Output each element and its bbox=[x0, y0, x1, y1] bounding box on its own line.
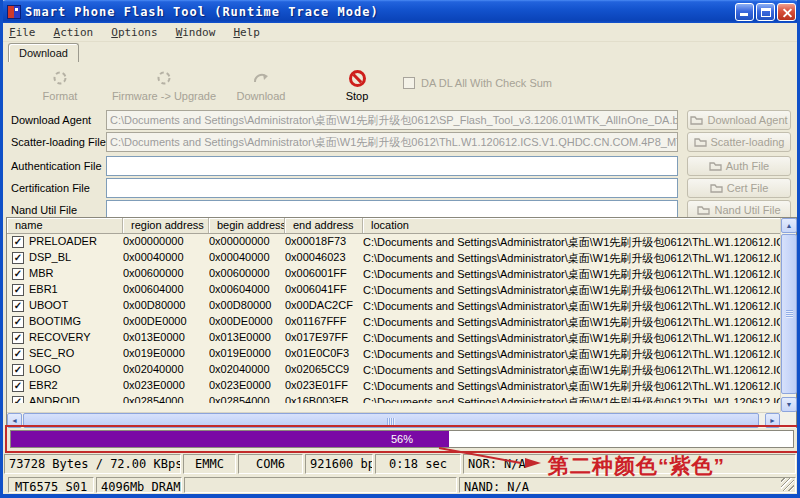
app-window: Smart Phone Flash Tool (Runtime Trace Mo… bbox=[0, 0, 800, 498]
row-checkbox[interactable]: ✓ bbox=[12, 348, 24, 360]
da-dl-checksum-label: DA DL All With Check Sum bbox=[421, 77, 552, 89]
vertical-scrollbar[interactable]: ▲ ▼ bbox=[780, 218, 796, 412]
tab-download[interactable]: Download bbox=[8, 43, 79, 62]
table-row[interactable]: ✓MBR 0x006000000x00600000 0x006001FFC:\D… bbox=[7, 266, 780, 282]
table-row[interactable]: ✓SEC_RO 0x019E00000x019E0000 0x01E0C0F3C… bbox=[7, 346, 780, 362]
row-checkbox[interactable]: ✓ bbox=[12, 332, 24, 344]
maximize-icon bbox=[761, 8, 771, 17]
scatter-file-field[interactable]: C:\Documents and Settings\Administrator\… bbox=[106, 132, 678, 152]
header-location[interactable]: location bbox=[363, 218, 780, 233]
row-checkbox[interactable]: ✓ bbox=[12, 380, 24, 392]
resize-grip[interactable] bbox=[781, 478, 794, 491]
close-button[interactable] bbox=[777, 3, 796, 21]
da-dl-checksum-group: DA DL All With Check Sum bbox=[403, 77, 552, 89]
row-checkbox[interactable]: ✓ bbox=[12, 252, 24, 264]
table-row[interactable]: ✓EBR2 0x023E00000x023E0000 0x023E01FFC:\… bbox=[7, 378, 780, 394]
header-begin-address[interactable]: begin address bbox=[209, 218, 285, 233]
tab-strip: Download bbox=[3, 42, 797, 62]
row-checkbox[interactable]: ✓ bbox=[12, 364, 24, 376]
window-border bbox=[0, 494, 800, 498]
progress-percent: 56% bbox=[11, 433, 793, 445]
auth-file-field[interactable] bbox=[106, 156, 678, 176]
minimize-button[interactable] bbox=[735, 3, 754, 21]
table-row[interactable]: ✓RECOVERY 0x013E00000x013E0000 0x017E97F… bbox=[7, 330, 780, 346]
status-dram: 4096Mb DRAM bbox=[96, 477, 182, 493]
menu-options[interactable]: Options bbox=[111, 26, 157, 39]
row-checkbox[interactable]: ✓ bbox=[12, 236, 24, 248]
app-icon bbox=[7, 5, 21, 19]
header-end-address[interactable]: end address bbox=[285, 218, 363, 233]
toolbar: Format Firmware -> Upgrade Download Stop… bbox=[3, 62, 797, 108]
table-row[interactable]: ✓EBR1 0x006040000x00604000 0x006041FFC:\… bbox=[7, 282, 780, 298]
cert-file-field[interactable] bbox=[106, 178, 678, 198]
scroll-right-icon[interactable]: ► bbox=[765, 413, 780, 428]
window-title: Smart Phone Flash Tool (Runtime Trace Mo… bbox=[25, 5, 735, 19]
cert-file-browse-button[interactable]: Cert File bbox=[687, 178, 791, 198]
auth-file-browse-button[interactable]: Auth File bbox=[687, 156, 791, 176]
nand-util-label: Nand Util File bbox=[11, 204, 77, 216]
menu-bar: File Action Options Window Help bbox=[3, 23, 797, 42]
status-baudrate: 921600 bps bbox=[305, 454, 373, 474]
status-chip: MT6575_S01 bbox=[8, 477, 94, 493]
menu-action[interactable]: Action bbox=[54, 26, 94, 39]
auth-file-label: Authentication File bbox=[11, 160, 102, 172]
download-button[interactable]: Download bbox=[221, 68, 301, 102]
cert-file-label: Certification File bbox=[11, 182, 90, 194]
stop-label: Stop bbox=[328, 90, 386, 102]
status-spacer bbox=[184, 477, 457, 493]
scroll-left-icon[interactable]: ◄ bbox=[7, 413, 22, 428]
scroll-up-icon[interactable]: ▲ bbox=[781, 218, 797, 233]
status-port: COM6 bbox=[238, 454, 303, 474]
menu-help[interactable]: Help bbox=[233, 26, 260, 39]
folder-icon bbox=[709, 161, 722, 171]
status-storage: EMMC bbox=[183, 454, 236, 474]
table-row[interactable]: ✓ANDROID 0x028540000x02854000 0x16B003FB… bbox=[7, 394, 780, 403]
table-row[interactable]: ✓UBOOT 0x00D800000x00D80000 0x00DAC2CFC:… bbox=[7, 298, 780, 314]
progress-bar: 56% bbox=[10, 430, 794, 448]
download-agent-browse-button[interactable]: Download Agent bbox=[687, 110, 791, 130]
download-agent-field[interactable]: C:\Documents and Settings\Administrator\… bbox=[106, 110, 678, 130]
table-row[interactable]: ✓DSP_BL 0x000400000x00040000 0x00046023C… bbox=[7, 250, 780, 266]
folder-icon bbox=[690, 115, 703, 125]
folder-icon bbox=[694, 137, 707, 147]
firmware-upgrade-button[interactable]: Firmware -> Upgrade bbox=[106, 68, 222, 102]
table-row[interactable]: ✓PRELOADER 0x000000000x00000000 0x00018F… bbox=[7, 234, 780, 250]
horizontal-scrollbar[interactable]: ◄ ► bbox=[7, 412, 780, 428]
format-button[interactable]: Format bbox=[20, 68, 100, 102]
menu-window[interactable]: Window bbox=[176, 26, 216, 39]
horizontal-scroll-thumb[interactable] bbox=[23, 413, 759, 428]
download-icon bbox=[221, 68, 301, 88]
file-form: Download Agent C:\Documents and Settings… bbox=[3, 108, 797, 218]
annotation-text: 第二种颜色“紫色” bbox=[548, 452, 725, 480]
row-checkbox[interactable]: ✓ bbox=[12, 284, 24, 296]
folder-icon bbox=[697, 205, 710, 215]
maximize-button[interactable] bbox=[756, 3, 775, 21]
row-checkbox[interactable]: ✓ bbox=[12, 316, 24, 328]
scroll-down-icon[interactable]: ▼ bbox=[781, 397, 797, 412]
header-region-address[interactable]: region address bbox=[123, 218, 209, 233]
row-checkbox[interactable]: ✓ bbox=[12, 396, 24, 403]
table-header: name region address begin address end ad… bbox=[7, 218, 780, 234]
row-checkbox[interactable]: ✓ bbox=[12, 268, 24, 280]
scatter-browse-button[interactable]: Scatter-loading bbox=[687, 132, 791, 152]
da-dl-checksum-checkbox[interactable] bbox=[403, 77, 415, 89]
format-icon bbox=[20, 68, 100, 88]
download-label: Download bbox=[221, 90, 301, 102]
menu-file[interactable]: File bbox=[9, 26, 36, 39]
stop-button[interactable]: Stop bbox=[328, 68, 386, 102]
scatter-file-label: Scatter-loading File bbox=[11, 136, 106, 148]
partition-table: name region address begin address end ad… bbox=[6, 217, 797, 428]
header-name[interactable]: name bbox=[7, 218, 123, 233]
download-agent-label: Download Agent bbox=[11, 114, 91, 126]
firmware-upgrade-icon bbox=[106, 68, 222, 88]
status-speed: 73728 Bytes / 72.00 KBps bbox=[4, 454, 181, 474]
table-row[interactable]: ✓BOOTIMG 0x00DE00000x00DE0000 0x01167FFF… bbox=[7, 314, 780, 330]
folder-icon bbox=[710, 183, 723, 193]
table-row[interactable]: ✓LOGO 0x020400000x02040000 0x02065CC9C:\… bbox=[7, 362, 780, 378]
firmware-upgrade-label: Firmware -> Upgrade bbox=[106, 90, 222, 102]
minimize-icon bbox=[740, 13, 748, 16]
table-body: ✓PRELOADER 0x000000000x00000000 0x00018F… bbox=[7, 234, 780, 403]
vertical-scroll-thumb[interactable] bbox=[781, 234, 797, 394]
status-time: 0:18 sec bbox=[375, 454, 461, 474]
row-checkbox[interactable]: ✓ bbox=[12, 300, 24, 312]
